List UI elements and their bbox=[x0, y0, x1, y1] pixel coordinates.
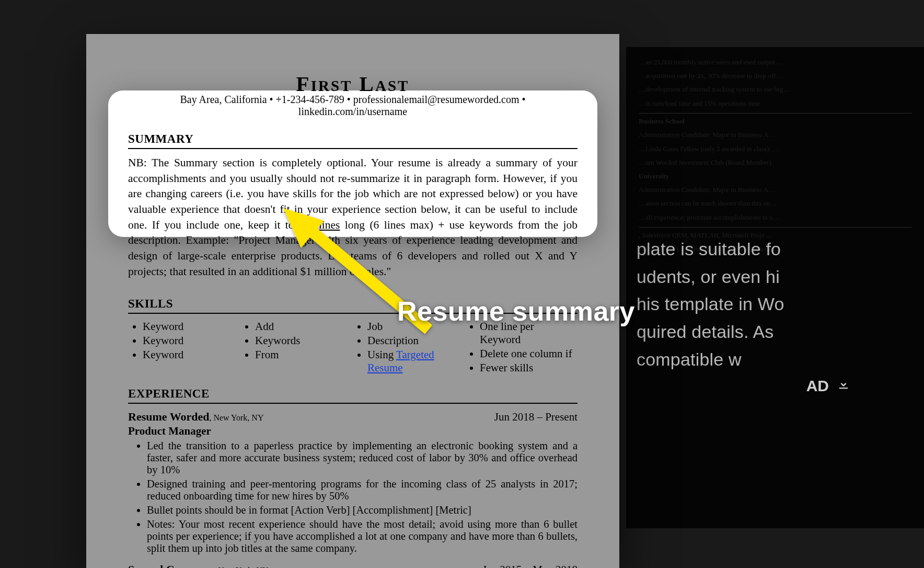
side-paragraph: plate is suitable fo udents, or even hi … bbox=[616, 235, 924, 373]
bg-line: …development of internal tracking system… bbox=[639, 85, 911, 94]
skill-item: Keywords bbox=[255, 334, 353, 347]
bg-line: Administration Candidate; Major in Busin… bbox=[639, 185, 911, 195]
skills-col-3: Job Description Using Targeted Resume bbox=[353, 320, 465, 376]
experience-1-header: Resume Worded, New York, NY Jun 2018 – P… bbox=[128, 410, 578, 424]
experience-2-header: Second Company, New York, NY Jan 2015 – … bbox=[128, 563, 578, 568]
experience-heading: EXPERIENCE bbox=[128, 387, 578, 401]
skills-col-2: Add Keywords From bbox=[240, 320, 353, 376]
skill-item: Using Targeted Resume bbox=[367, 348, 465, 374]
bg-line: …Linda Gates Fellow (only 5 awarded in c… bbox=[639, 144, 911, 154]
skill-item: From bbox=[255, 348, 353, 361]
download-label: AD bbox=[806, 377, 829, 395]
summary-heading: SUMMARY bbox=[128, 132, 578, 146]
skill-item: Add bbox=[255, 320, 353, 333]
exp-bullet: Bullet points should be in format [Actio… bbox=[147, 504, 578, 516]
summary-text-underlined: 3-6 lines bbox=[299, 219, 340, 231]
experience-2-dates: Jan 2015 – May 2018 bbox=[482, 563, 578, 568]
bg-heading: University bbox=[639, 172, 911, 181]
skill-item: Keyword bbox=[143, 334, 240, 347]
bg-heading: Business School bbox=[639, 117, 911, 126]
bg-line: …in turn/load time and 15% operations ti… bbox=[639, 99, 911, 108]
experience-1-bullets: Led the transition to a paperless practi… bbox=[128, 440, 578, 554]
experience-1-company: Resume Worded, New York, NY bbox=[128, 410, 263, 424]
skill-item: Fewer skills bbox=[480, 361, 578, 374]
experience-1-role: Product Manager bbox=[128, 425, 578, 438]
bg-line: …um Worded Investment Club (Board Member… bbox=[639, 158, 911, 167]
side-line: compatible w bbox=[637, 346, 924, 373]
side-line: udents, or even hi bbox=[637, 263, 924, 291]
bg-line: …all experience; prioritize accomplishme… bbox=[639, 213, 911, 222]
bg-line: …an 25,000 monthly active users and used… bbox=[639, 58, 911, 67]
exp-bullet: Notes: Your most recent experience shoul… bbox=[147, 518, 578, 554]
download-button[interactable]: AD bbox=[806, 377, 851, 395]
bg-line: …ation section can be much shorter than … bbox=[639, 199, 911, 208]
exp-bullet: Designed training and peer-mentoring pro… bbox=[147, 478, 578, 502]
contact-line: Bay Area, California • +1-234-456-789 • … bbox=[128, 94, 578, 118]
skill-item: Keyword bbox=[143, 320, 240, 333]
skills-col-4: One line per Keyword Delete one column i… bbox=[465, 320, 578, 376]
skill-item: Keyword bbox=[143, 348, 240, 361]
callout-label: Resume summary bbox=[397, 296, 635, 327]
skill-item: Description bbox=[367, 334, 465, 347]
divider bbox=[128, 403, 578, 404]
side-line: quired details. As bbox=[637, 318, 924, 346]
divider bbox=[128, 148, 578, 149]
exp-bullet: Led the transition to a paperless practi… bbox=[147, 440, 578, 476]
side-line: plate is suitable fo bbox=[637, 235, 924, 263]
bg-line: …acquisition rate by 2x, 30% decrease in… bbox=[639, 71, 911, 81]
side-line: his template in Wo bbox=[637, 290, 924, 318]
skills-columns: Keyword Keyword Keyword Add Keywords Fro… bbox=[128, 320, 578, 376]
experience-2-company: Second Company, New York, NY bbox=[128, 563, 268, 568]
viewport: …an 25,000 monthly active users and used… bbox=[0, 0, 924, 568]
summary-content: Bay Area, California • +1-234-456-789 • … bbox=[128, 94, 578, 568]
skill-item: Delete one column if bbox=[480, 347, 578, 360]
experience-1-dates: Jun 2018 – Present bbox=[494, 411, 578, 424]
skills-col-1: Keyword Keyword Keyword bbox=[128, 320, 240, 376]
summary-paragraph: NB: The Summary section is completely op… bbox=[128, 155, 578, 279]
download-icon bbox=[836, 377, 851, 395]
bg-line: Administration Candidate; Major in Busin… bbox=[639, 130, 911, 140]
